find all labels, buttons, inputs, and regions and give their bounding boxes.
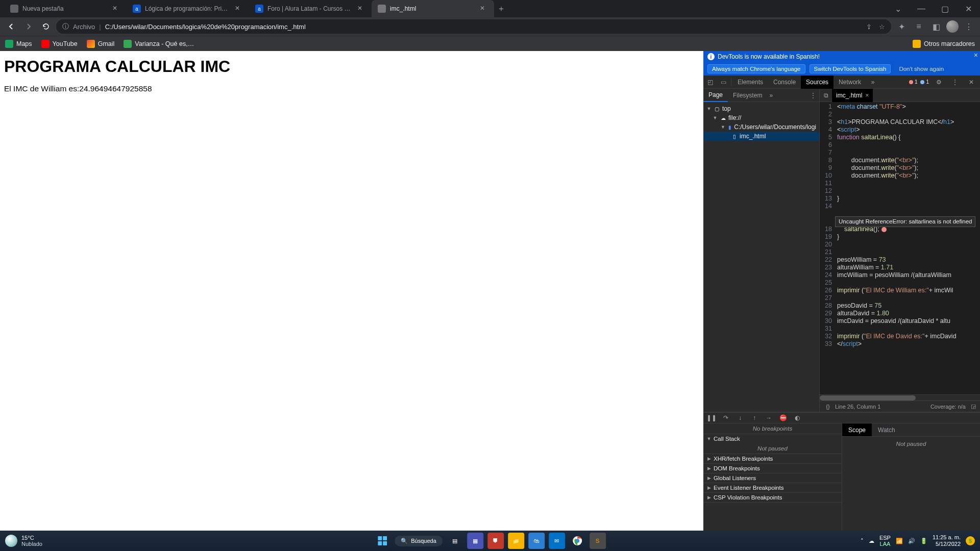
taskbar-search[interactable]: 🔍 Búsqueda bbox=[395, 536, 443, 546]
nav-tab-page[interactable]: Page bbox=[703, 89, 728, 102]
store-button[interactable]: 🛍 bbox=[528, 533, 545, 549]
bookmark-varianza[interactable]: Varianza - Qué es,… bbox=[124, 40, 194, 48]
error-dot-icon bbox=[881, 227, 887, 232]
tree-folder[interactable]: ▼▮C:/Users/wilar/Documents/logi bbox=[703, 122, 819, 132]
close-icon[interactable]: ✕ bbox=[112, 5, 120, 13]
tab-new[interactable]: Nueva pestaña ✕ bbox=[4, 0, 127, 17]
more-tabs-icon[interactable]: » bbox=[866, 79, 879, 86]
info-badge[interactable]: 1 bbox=[920, 79, 929, 85]
sublime-button[interactable]: S bbox=[590, 533, 606, 549]
scope-tab[interactable]: Scope bbox=[842, 423, 872, 436]
watch-tab[interactable]: Watch bbox=[872, 423, 901, 436]
taskbar-app[interactable]: ▦ bbox=[467, 533, 483, 549]
step-over-button[interactable]: ↷ bbox=[722, 414, 730, 422]
more-icon[interactable]: » bbox=[769, 92, 773, 99]
tree-top[interactable]: ▼▢top bbox=[703, 104, 819, 113]
step-button[interactable]: → bbox=[765, 414, 773, 422]
match-language-button[interactable]: Always match Chrome's language bbox=[707, 64, 805, 73]
onedrive-icon[interactable]: ☁ bbox=[869, 538, 874, 544]
step-into-button[interactable]: ↓ bbox=[736, 414, 744, 422]
file-icon: ▯ bbox=[731, 133, 738, 140]
code-editor[interactable]: 1234567891011121314 18192021222324252627… bbox=[820, 102, 980, 394]
global-listeners-header[interactable]: ▶Global Listeners bbox=[703, 473, 842, 483]
scope-body: Not paused bbox=[842, 437, 980, 531]
tab-sources[interactable]: Sources bbox=[801, 76, 834, 89]
device-icon[interactable]: ▭ bbox=[717, 79, 730, 86]
chevron-up-icon[interactable]: ˄ bbox=[861, 538, 864, 544]
task-view-button[interactable]: ▤ bbox=[447, 533, 463, 549]
pause-button[interactable]: ❚❚ bbox=[707, 414, 716, 422]
menu-icon[interactable]: ⋮ bbox=[962, 19, 976, 34]
close-icon[interactable]: ✕ bbox=[480, 5, 488, 13]
tree-origin[interactable]: ▼☁file:// bbox=[703, 113, 819, 122]
editor-tab[interactable]: imc_.html× bbox=[832, 89, 873, 102]
event-bp-header[interactable]: ▶Event Listener Breakpoints bbox=[703, 483, 842, 492]
extensions-icon[interactable]: ✦ bbox=[894, 19, 909, 34]
tab-logica[interactable]: a Lógica de programación: Primero ✕ bbox=[127, 0, 249, 17]
callstack-header[interactable]: ▼Call Stack bbox=[703, 434, 842, 443]
bookmark-youtube[interactable]: YouTube bbox=[41, 40, 78, 48]
star-icon[interactable]: ☆ bbox=[879, 23, 885, 31]
new-tab-button[interactable]: ＋ bbox=[494, 2, 508, 16]
gear-icon[interactable]: ⚙ bbox=[932, 79, 945, 86]
sidepanel-icon[interactable]: ◧ bbox=[929, 19, 943, 34]
dont-show-button[interactable]: Don't show again bbox=[895, 65, 948, 73]
kebab-icon[interactable]: ⋮ bbox=[810, 92, 816, 99]
nav-tab-filesystem[interactable]: Filesystem bbox=[728, 89, 767, 102]
back-button[interactable] bbox=[4, 19, 18, 34]
address-bar[interactable]: ⓘ Archivo | C:/Users/wilar/Documents/log… bbox=[56, 19, 891, 34]
step-out-button[interactable]: ↑ bbox=[750, 414, 758, 422]
weather-widget[interactable]: 15°C Nublado bbox=[5, 535, 42, 547]
close-window-button[interactable]: ✕ bbox=[957, 0, 980, 17]
switch-language-button[interactable]: Switch DevTools to Spanish bbox=[810, 64, 891, 73]
xhr-bp-header[interactable]: ▶XHR/fetch Breakpoints bbox=[703, 454, 842, 463]
bookmark-gmail[interactable]: Gmail bbox=[87, 40, 115, 48]
maximize-button[interactable]: ▢ bbox=[933, 0, 957, 17]
notification-badge[interactable]: $ bbox=[966, 536, 975, 545]
tab-elements[interactable]: Elements bbox=[732, 76, 768, 89]
inspect-icon[interactable]: ◰ bbox=[703, 79, 717, 86]
nav-icon[interactable]: ⧉ bbox=[820, 92, 832, 99]
tab-console[interactable]: Console bbox=[768, 76, 801, 89]
close-icon[interactable]: ✕ bbox=[357, 5, 365, 13]
editor-pane: ⧉ imc_.html× 1234567891011121314 1819202… bbox=[820, 89, 980, 412]
browser-toolbar: ⓘ Archivo | C:/Users/wilar/Documents/log… bbox=[0, 17, 980, 36]
mail-button[interactable]: ✉ bbox=[549, 533, 565, 549]
format-icon[interactable]: {} bbox=[824, 403, 832, 411]
dom-bp-header[interactable]: ▶DOM Breakpoints bbox=[703, 464, 842, 473]
tab-network[interactable]: Network bbox=[834, 76, 866, 89]
folder-icon: ▮ bbox=[727, 124, 732, 131]
profile-avatar[interactable] bbox=[946, 20, 959, 33]
battery-icon[interactable]: 🔋 bbox=[920, 538, 927, 544]
tab-foro[interactable]: a Foro | Alura Latam - Cursos onlin ✕ bbox=[249, 0, 372, 17]
tab-imc[interactable]: imc_.html ✕ bbox=[372, 0, 494, 17]
pause-exceptions-button[interactable]: ◐ bbox=[793, 414, 801, 422]
forward-button[interactable] bbox=[21, 19, 36, 34]
reading-list-icon[interactable]: ≡ bbox=[912, 19, 926, 34]
minimize-button[interactable]: ― bbox=[910, 0, 933, 17]
close-icon[interactable]: × bbox=[865, 92, 869, 99]
close-icon[interactable]: ✕ bbox=[235, 5, 243, 13]
language-code[interactable]: ESP bbox=[879, 535, 891, 541]
dropdown-icon[interactable]: ⌄ bbox=[886, 0, 910, 17]
close-icon[interactable]: ✕ bbox=[965, 79, 978, 86]
start-button[interactable] bbox=[374, 533, 390, 549]
wifi-icon[interactable]: 📶 bbox=[896, 538, 903, 544]
error-badge[interactable]: 1 bbox=[909, 79, 918, 85]
bookmark-maps[interactable]: Maps bbox=[5, 40, 32, 48]
coverage-icon[interactable]: ◲ bbox=[971, 403, 976, 410]
reload-button[interactable] bbox=[39, 19, 53, 34]
horizontal-scrollbar[interactable] bbox=[820, 394, 980, 400]
tree-file[interactable]: ▯imc_.html bbox=[703, 132, 819, 141]
chrome-button[interactable] bbox=[569, 533, 585, 549]
kebab-icon[interactable]: ⋮ bbox=[948, 79, 962, 86]
taskbar-app[interactable]: ⛊ bbox=[487, 533, 504, 549]
volume-icon[interactable]: 🔊 bbox=[908, 538, 915, 544]
csp-bp-header[interactable]: ▶CSP Violation Breakpoints bbox=[703, 493, 842, 502]
deactivate-bp-button[interactable]: ⛔ bbox=[779, 414, 787, 422]
close-icon[interactable]: × bbox=[974, 51, 978, 59]
other-bookmarks[interactable]: Otros marcadores bbox=[913, 40, 975, 48]
file-explorer-button[interactable]: 📁 bbox=[508, 533, 524, 549]
share-icon[interactable]: ⇪ bbox=[866, 23, 872, 31]
clock[interactable]: 11:25 a. m. 5/12/2022 bbox=[933, 534, 961, 547]
